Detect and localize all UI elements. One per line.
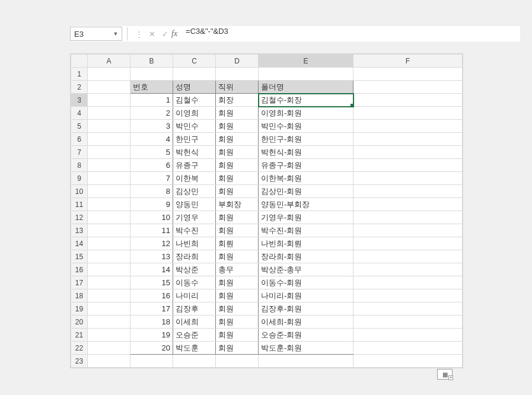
cell-F23[interactable] (353, 355, 463, 368)
cell-E1[interactable] (259, 68, 353, 81)
cell-E13[interactable]: 박수진-회원 (259, 224, 353, 237)
cell-B19[interactable]: 17 (130, 302, 173, 316)
col-header-E[interactable]: E (259, 55, 353, 68)
cell-D1[interactable] (216, 68, 259, 81)
cell-C14[interactable]: 나빈희 (173, 237, 216, 250)
row-header-17[interactable]: 17 (71, 276, 88, 289)
cell-D18[interactable]: 회원 (216, 289, 259, 302)
row-header-19[interactable]: 19 (71, 302, 88, 316)
cell-D19[interactable]: 회원 (216, 302, 259, 316)
cell-E15[interactable]: 장라희-회원 (259, 250, 353, 263)
cell-C8[interactable]: 유종구 (173, 159, 216, 172)
cell-B17[interactable]: 15 (130, 276, 173, 289)
cell-D23[interactable] (216, 355, 259, 368)
name-box[interactable]: E3 ▼ (70, 27, 122, 41)
enter-icon[interactable]: ✓ (158, 30, 171, 39)
cell-E17[interactable]: 이동수-회원 (259, 276, 353, 289)
cell-E16[interactable]: 박상준-총무 (259, 263, 353, 276)
cell-C10[interactable]: 김상민 (173, 185, 216, 198)
cell-E2[interactable]: 폴더명 (259, 81, 353, 94)
cell-C6[interactable]: 한민구 (173, 133, 216, 146)
cell-A18[interactable] (88, 289, 130, 302)
cell-B16[interactable]: 14 (130, 263, 173, 276)
cell-A20[interactable] (88, 316, 130, 329)
autofill-options-button[interactable]: ▦ + (437, 369, 453, 380)
cell-C19[interactable]: 김장후 (173, 302, 216, 316)
col-header-F[interactable]: F (353, 55, 463, 68)
cell-E9[interactable]: 이한복-회원 (259, 172, 353, 185)
cell-F2[interactable] (353, 81, 463, 94)
cell-F22[interactable] (353, 342, 463, 355)
cell-F14[interactable] (353, 237, 463, 250)
cell-E8[interactable]: 유종구-회원 (259, 159, 353, 172)
row-header-12[interactable]: 12 (71, 211, 88, 224)
cell-C3[interactable]: 김철수 (173, 94, 216, 107)
cell-B21[interactable]: 19 (130, 329, 173, 342)
cell-E7[interactable]: 박헌식-회원 (259, 146, 353, 159)
cell-E11[interactable]: 양동민-부회장 (259, 198, 353, 211)
cell-F21[interactable] (353, 329, 463, 342)
cell-A5[interactable] (88, 120, 130, 133)
cell-A14[interactable] (88, 237, 130, 250)
cell-A15[interactable] (88, 250, 130, 263)
cell-B5[interactable]: 3 (130, 120, 173, 133)
cell-B1[interactable] (130, 68, 173, 81)
cell-C17[interactable]: 이동수 (173, 276, 216, 289)
cell-F3[interactable] (353, 94, 463, 107)
cell-C22[interactable]: 박도훈 (173, 342, 216, 355)
cell-E19[interactable]: 김장후-회원 (259, 302, 353, 316)
cell-F6[interactable] (353, 133, 463, 146)
cell-F19[interactable] (353, 302, 463, 316)
cell-D13[interactable]: 회원 (216, 224, 259, 237)
cell-F10[interactable] (353, 185, 463, 198)
cell-F1[interactable] (353, 68, 463, 81)
cell-C4[interactable]: 이영희 (173, 107, 216, 120)
cell-A3[interactable] (88, 94, 130, 107)
cell-F20[interactable] (353, 316, 463, 329)
cell-C7[interactable]: 박헌식 (173, 146, 216, 159)
cell-D15[interactable]: 회원 (216, 250, 259, 263)
row-header-16[interactable]: 16 (71, 263, 88, 276)
row-header-5[interactable]: 5 (71, 120, 88, 133)
cell-A11[interactable] (88, 198, 130, 211)
cell-F7[interactable] (353, 146, 463, 159)
cell-B11[interactable]: 9 (130, 198, 173, 211)
row-header-21[interactable]: 21 (71, 329, 88, 342)
row-header-18[interactable]: 18 (71, 289, 88, 302)
cell-D20[interactable]: 회원 (216, 316, 259, 329)
cell-F4[interactable] (353, 107, 463, 120)
dropdown-icon[interactable]: ▼ (112, 27, 119, 41)
cell-C15[interactable]: 장라희 (173, 250, 216, 263)
cell-E18[interactable]: 나미리-회원 (259, 289, 353, 302)
cell-F13[interactable] (353, 224, 463, 237)
cell-E3[interactable]: 김철수-회장 (259, 94, 353, 107)
cell-A22[interactable] (88, 342, 130, 355)
cell-B8[interactable]: 6 (130, 159, 173, 172)
cell-B9[interactable]: 7 (130, 172, 173, 185)
cell-D4[interactable]: 회원 (216, 107, 259, 120)
cell-A12[interactable] (88, 211, 130, 224)
row-header-1[interactable]: 1 (71, 68, 88, 81)
cell-A8[interactable] (88, 159, 130, 172)
cell-A13[interactable] (88, 224, 130, 237)
cell-C9[interactable]: 이한복 (173, 172, 216, 185)
spreadsheet-grid[interactable]: A B C D E F 12번호성명직위폴더명31김철수회장김철수-회장42이영… (70, 53, 463, 368)
cell-B13[interactable]: 11 (130, 224, 173, 237)
cell-B23[interactable] (130, 355, 173, 368)
col-header-D[interactable]: D (216, 55, 259, 68)
col-header-A[interactable]: A (88, 55, 130, 68)
cancel-icon[interactable]: ✕ (145, 30, 158, 39)
cell-C18[interactable]: 나미리 (173, 289, 216, 302)
cell-A1[interactable] (88, 68, 130, 81)
cell-D7[interactable]: 회원 (216, 146, 259, 159)
cell-F18[interactable] (353, 289, 463, 302)
cell-E10[interactable]: 김상민-회원 (259, 185, 353, 198)
cell-F8[interactable] (353, 159, 463, 172)
col-header-B[interactable]: B (130, 55, 173, 68)
row-header-4[interactable]: 4 (71, 107, 88, 120)
cell-D8[interactable]: 회원 (216, 159, 259, 172)
cell-B15[interactable]: 13 (130, 250, 173, 263)
cell-E14[interactable]: 나빈희-회뤈 (259, 237, 353, 250)
select-all-corner[interactable] (71, 55, 88, 68)
cell-C11[interactable]: 양동민 (173, 198, 216, 211)
